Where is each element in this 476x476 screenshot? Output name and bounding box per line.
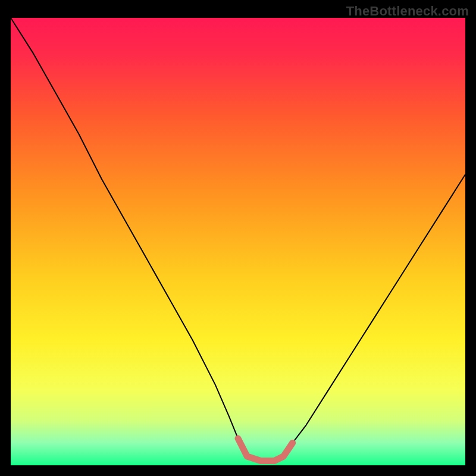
gradient-background xyxy=(11,18,465,465)
watermark-text: TheBottleneck.com xyxy=(346,4,469,19)
plot-area xyxy=(11,18,465,465)
chart-frame: TheBottleneck.com xyxy=(0,0,476,476)
bottleneck-chart xyxy=(11,18,465,465)
